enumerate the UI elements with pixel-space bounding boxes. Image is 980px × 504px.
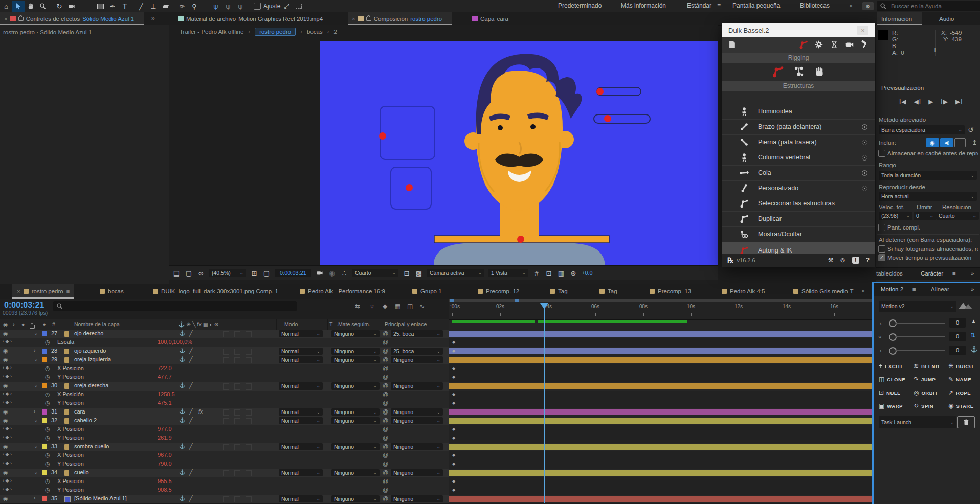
duik-title-bar[interactable]: Duik Bassel.2 × [722,23,875,37]
workspace-menu-icon[interactable]: ≡ [717,2,721,9]
motion-preset-dropdown[interactable]: Motion v2⌄ [879,301,956,312]
breadcrumb-current[interactable]: rostro pedro [255,28,296,36]
anchor-switch-icon[interactable]: ⚓ [179,417,185,423]
anchor-switch-icon[interactable]: ⚓ [179,469,185,475]
snap-toggle[interactable]: Ajuste [254,3,280,10]
view-options-icon[interactable]: ∞ [195,267,207,279]
stopwatch-icon[interactable]: ◷ [45,461,50,467]
property-row[interactable]: ‹ ◆ › ◷ X Posición 977.0 @ ◆ [0,425,872,434]
keyframe-nav-icons[interactable]: ‹ ◆ › [3,400,12,405]
duik-item-seleccionar[interactable]: Seleccionar las estructuras [722,196,875,212]
keyframe-nav-icons[interactable]: ‹ ◆ › [3,478,12,483]
stopwatch-icon[interactable]: ◷ [45,339,50,346]
motion-blur-icon[interactable]: ◫ [407,303,413,310]
property-value[interactable]: 722.0 [158,365,172,371]
blend-mode-dropdown[interactable]: Normal⌄ [279,417,323,424]
pickwhip-icon[interactable]: @ [383,391,388,397]
timeline-tab-precomp-13[interactable]: Precomp. 13 [645,284,696,299]
track-matte-dropdown[interactable]: Ninguno⌄ [331,417,380,424]
duik-item-hominoidea[interactable]: Hominoidea [722,104,875,120]
keyframe-nav-icons[interactable]: ‹ ◆ › [3,434,12,440]
pickwhip-icon[interactable]: @ [383,374,388,380]
cached-frames-checkbox[interactable] [878,245,885,253]
bug-report-icon[interactable]: ⊚ [840,257,845,264]
play-from-dropdown[interactable]: Hora actual⌄ [879,192,977,201]
flowchart-icon[interactable]: ▤ [170,267,183,279]
close-icon[interactable]: × [4,16,8,22]
timeline-current-time[interactable]: 0:00:03:21 [4,301,44,310]
rocket-icon[interactable]: ▲ [971,318,976,324]
eye-icon[interactable]: ◉ [3,443,8,450]
links-constraints-tab-icon[interactable] [793,66,805,79]
anchor-switch-icon[interactable]: ⚓ [179,382,185,388]
motion-button-null[interactable]: ⊡NULL [879,387,900,398]
property-value[interactable]: 977.0 [158,426,172,432]
pickwhip-icon[interactable]: @ [383,356,388,362]
timeline-tab-precomp-12[interactable]: Precomp. 12 [473,284,524,299]
tab-audio[interactable]: Audio [935,12,958,25]
roto-brush-tool-icon[interactable]: ✑ [176,1,188,12]
panel-menu-icon[interactable]: ≡ [66,288,70,294]
pickwhip-icon[interactable]: @ [383,478,388,484]
track-matte-dropdown[interactable]: Ninguno⌄ [331,495,380,502]
property-name[interactable]: Y Posición [57,461,84,467]
mode-column-header[interactable]: Modo [284,321,298,327]
panel-menu-icon[interactable]: ≡ [137,16,140,22]
panel-menu-icon[interactable]: ≡ [444,16,448,22]
timeline-tab-tag-2[interactable]: Tag [595,284,622,299]
stopwatch-icon[interactable]: ◷ [45,452,50,459]
duik-item-cola[interactable]: Cola [722,165,875,181]
layer-name[interactable]: [Sólido Medio Azul 1] [74,495,127,501]
matte-column-header[interactable]: .Mate seguim. [337,321,370,327]
breadcrumb-root[interactable]: Trailer - Pedro Alk offline [180,29,243,35]
layer-row[interactable]: ◉ ⌄ 33 sombra cuello ⚓ ╱ Normal⌄ Ninguno… [0,443,872,452]
view-axis-mode-icon[interactable]: ψ [234,1,247,12]
layer-color-label[interactable] [42,349,47,354]
transparency-grid-icon[interactable]: ▩ [413,267,425,279]
resolution-preview-dropdown[interactable]: Cuarto⌄ [936,212,979,220]
layer-color-label[interactable] [42,470,47,475]
puppet-pin-tool-icon[interactable]: ⚲ [188,1,201,12]
duik-item-duplicar[interactable]: Duplicar [722,211,875,227]
play-button[interactable]: ▶ [928,98,933,105]
property-value[interactable]: 908.5 [158,487,172,493]
expand-arrow[interactable]: ⌄ [34,382,38,388]
blend-mode-dropdown[interactable]: Normal⌄ [279,382,323,390]
move-time-checkbox[interactable]: ✓ [878,254,885,261]
slider-track[interactable] [896,323,945,324]
first-frame-button[interactable]: Ι◀ [899,98,907,105]
help-search-input[interactable] [890,3,969,10]
layer-color-label[interactable] [42,331,47,336]
snap-options-icon[interactable]: ⤢ [280,1,293,12]
camera-dropdown[interactable]: Cámara activa⌄ [427,269,484,277]
radio-icon[interactable] [862,155,867,161]
home-icon[interactable]: ⌂ [0,1,12,12]
property-row[interactable]: ‹ ◆ › ◷ X Posición 722.0 @ ◆ [0,364,872,374]
include-audio-speaker-icon[interactable]: ◀) [940,138,953,147]
workspace-mas-informacion[interactable]: Más información [621,2,666,9]
stopwatch-icon[interactable]: ◷ [45,391,50,398]
timeline-ruler[interactable]: :00s 02s 04s 06s 08s 10s 12s 14s 16s [449,299,872,320]
property-row[interactable]: ‹ ◆ › ◷ X Posición 1258.5 @ ◆ [0,391,872,400]
blend-mode-dropdown[interactable]: Normal⌄ [279,348,323,355]
duik-item-personalizado[interactable]: Personalizado [722,180,875,196]
motion-button-spin[interactable]: ↻SPIN [914,401,933,411]
anchor-switch-icon[interactable]: ⚓ [179,330,185,336]
layer-row[interactable]: ◉ › 28 ojo izquierdo ⚓ ╱ Normal⌄ Ninguno… [0,347,872,356]
pickwhip-icon[interactable]: @ [383,382,388,388]
layer-duration-bar[interactable] [449,357,872,363]
quality-switch-icon[interactable]: ╱ [189,348,193,354]
exposure-value[interactable]: +0.0 [582,270,593,276]
track-matte-dropdown[interactable]: Ninguno⌄ [331,469,380,476]
resolution-dropdown[interactable]: Cuarto⌄ [352,269,398,277]
wrench-settings-icon[interactable]: ⚒ [828,257,834,264]
layer-duration-bar[interactable] [449,331,872,337]
layer-name[interactable]: oreja derecha [74,382,108,388]
timeline-tab-tag-1[interactable]: Tag [545,284,572,299]
composition-mini-flowchart-icon[interactable]: ⇆ [355,303,360,310]
task-launch-dropdown[interactable]: Task Launch⌄ [879,416,956,428]
motion-button-rope[interactable]: ↗ROPE [948,387,971,398]
parent-dropdown[interactable]: Ninguno⌄ [391,469,443,476]
tab-alinear[interactable]: Alinear [931,286,949,292]
keyframe-diamond[interactable]: ◆ [452,479,455,484]
